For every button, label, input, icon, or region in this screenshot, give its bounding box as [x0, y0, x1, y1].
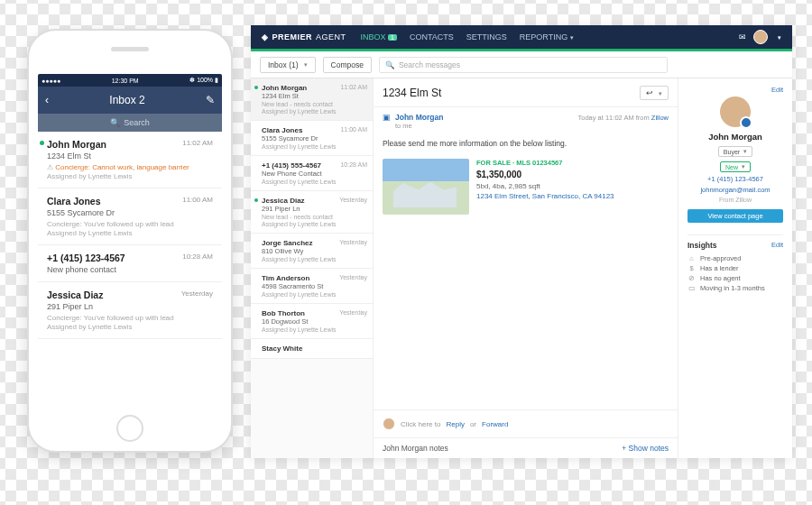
nav-item[interactable]: SETTINGS [466, 32, 507, 41]
sender-name[interactable]: John Morgan [395, 113, 443, 122]
toolbar: Inbox (1) Compose 🔍 Search messages [251, 51, 792, 78]
thread-panel: 1234 Elm St ↩ ▣ John Morgan Today at 11:… [374, 78, 678, 458]
search-icon: 🔍 [110, 118, 120, 127]
view-contact-button[interactable]: View contact page [687, 209, 783, 223]
lead-time: 11:00 AM [182, 196, 213, 204]
list-sub: 810 Ollive Wy [262, 247, 365, 255]
message-list-item[interactable]: Stacy White [251, 339, 373, 359]
message-from-row: ▣ John Morgan Today at 11:02 AM from Zil… [374, 107, 678, 122]
status-time: 12:30 PM [112, 78, 139, 84]
listing-address[interactable]: 1234 Elm Street, San Francisco, CA 94123 [476, 191, 614, 201]
list-sub2: New lead - needs contact [262, 101, 365, 107]
list-assigned: Assigned by Lynette Lewis [262, 179, 365, 185]
signal-dots: ●●●●● [42, 78, 60, 84]
lead-sub: 1234 Elm St [47, 152, 213, 161]
lead-row[interactable]: John Morgan1234 Elm St⚠ Concierge: Canno… [38, 132, 222, 188]
search-messages-input[interactable]: 🔍 Search messages [379, 57, 668, 73]
desktop-window: ◈ PREMIERAGENT INBOX 1CONTACTSSETTINGSRE… [251, 25, 792, 458]
insight-label: Has no agent [700, 274, 741, 282]
lead-row[interactable]: Jessica Diaz291 Piper LnConcierge: You'v… [38, 282, 222, 339]
zillow-icon: ▣ [383, 113, 391, 122]
message-list-item[interactable]: Tim Anderson4598 Sacramento StAssigned b… [251, 269, 373, 304]
lead-concierge: ⚠ Concierge: Cannot work, language barri… [47, 163, 213, 171]
edit-insights-link[interactable]: Edit [771, 241, 783, 250]
contact-email[interactable]: johnmorgan@mail.com [687, 186, 783, 194]
compose-icon[interactable]: ✎ [206, 94, 215, 106]
message-list-item[interactable]: Clara Jones5155 Sycamore DrAssigned by L… [251, 121, 373, 156]
lead-sub: 5155 Sycamore Dr [47, 208, 213, 217]
list-time: 11:00 AM [340, 126, 367, 133]
phone-search-bar[interactable]: 🔍 Search [38, 114, 222, 132]
reply-dropdown-button[interactable]: ↩ [640, 86, 669, 100]
lead-time: 10:28 AM [182, 252, 213, 261]
nav-item[interactable]: REPORTING [520, 32, 574, 41]
forward-link[interactable]: Forward [482, 420, 508, 428]
new-pill[interactable]: New [720, 161, 751, 172]
insights-header: Insights Edit [687, 234, 783, 250]
message-list-item[interactable]: Bob Thorton16 Dogwood StAssigned by Lyne… [251, 304, 373, 339]
nav-item[interactable]: INBOX 1 [361, 32, 397, 41]
insight-icon: ▭ [687, 284, 696, 292]
status-bar: ●●●●● 12:30 PM ✽ 100% ▮ [38, 74, 222, 87]
message-body: Please send me more information on the b… [374, 135, 678, 152]
message-list: John Morgan1234 Elm StNew lead - needs c… [251, 78, 374, 458]
notes-title: John Morgan notes [383, 444, 448, 453]
list-time: Yesterday [339, 239, 367, 245]
lead-concierge: Concierge: You've followed up with lead [47, 314, 213, 322]
back-button[interactable]: ‹ [45, 94, 49, 106]
listing-specs: 5bd, 4ba, 2,985 sqft [476, 181, 614, 191]
user-menu-caret[interactable] [775, 32, 781, 41]
insight-label: Pre-approved [700, 254, 741, 262]
home-button[interactable] [116, 415, 143, 442]
message-list-item[interactable]: Jessica Diaz291 Piper LnNew lead - needs… [251, 191, 373, 234]
edit-contact-link[interactable]: Edit [687, 86, 783, 94]
insight-icon: ⌂ [687, 254, 696, 262]
phone-screen: ●●●●● 12:30 PM ✽ 100% ▮ ‹ Inbox 2 ✎ 🔍 Se… [38, 74, 222, 411]
contact-phone[interactable]: +1 (415) 123-4567 [687, 175, 783, 183]
reply-link[interactable]: Reply [446, 420, 464, 428]
list-time: 10:28 AM [340, 161, 367, 168]
list-sub: 5155 Sycamore Dr [262, 134, 365, 142]
insight-label: Moving in 1-3 months [700, 284, 765, 292]
message-list-item[interactable]: +1 (415) 555-4567New Phone ContactAssign… [251, 156, 373, 191]
lead-time: Yesterday [181, 289, 213, 298]
phone-header: ‹ Inbox 2 ✎ [38, 87, 222, 114]
buyer-pill[interactable]: Buyer [718, 146, 752, 157]
search-placeholder: Search [124, 118, 150, 127]
show-notes-link[interactable]: + Show notes [622, 444, 669, 453]
list-name: Stacy White [262, 344, 365, 353]
list-assigned: Assigned by Lynette Lewis [262, 108, 365, 115]
insight-icon: ⊘ [687, 274, 696, 282]
notification-icon[interactable]: ✉ [739, 32, 746, 41]
lead-sub: New phone contact [47, 265, 213, 274]
user-avatar[interactable] [753, 30, 768, 44]
contact-avatar[interactable] [720, 96, 751, 127]
contact-panel: Edit John Morgan Buyer New +1 (415) 123-… [678, 78, 792, 458]
list-time: Yesterday [339, 309, 367, 316]
inbox-select[interactable]: Inbox (1) [260, 57, 316, 73]
list-sub: 4598 Sacramento St [262, 282, 365, 290]
message-list-item[interactable]: John Morgan1234 Elm StNew lead - needs c… [251, 78, 373, 121]
brand-logo[interactable]: ◈ PREMIERAGENT [262, 32, 346, 41]
compose-button[interactable]: Compose [323, 57, 372, 73]
topbar: ◈ PREMIERAGENT INBOX 1CONTACTSSETTINGSRE… [251, 25, 792, 49]
lead-concierge: Concierge: You've followed up with lead [47, 220, 213, 228]
contact-name: John Morgan [687, 132, 783, 142]
list-sub: 16 Dogwood St [262, 317, 365, 326]
message-list-item[interactable]: Jorge Sanchez810 Ollive WyAssigned by Ly… [251, 234, 373, 269]
lead-row[interactable]: +1 (415) 123-4567New phone contact10:28 … [38, 245, 222, 282]
insight-row: ▭Moving in 1-3 months [687, 284, 783, 292]
reply-avatar [383, 418, 395, 430]
lead-row[interactable]: Clara Jones5155 Sycamore DrConcierge: Yo… [38, 188, 222, 245]
listing-info: FOR SALE · MLS 01234567 $1,350,000 5bd, … [476, 159, 614, 215]
search-icon: 🔍 [385, 60, 395, 69]
list-time: Yesterday [339, 274, 367, 280]
listing-card[interactable]: FOR SALE · MLS 01234567 $1,350,000 5bd, … [383, 159, 669, 215]
insight-label: Has a lender [700, 264, 739, 272]
list-time: 11:02 AM [340, 84, 367, 90]
list-assigned: Assigned by Lynette Lewis [262, 291, 365, 298]
topbar-right: ✉ [739, 30, 781, 44]
list-sub: 291 Piper Ln [262, 205, 365, 213]
nav-item[interactable]: CONTACTS [410, 32, 454, 41]
phone-frame: ●●●●● 12:30 PM ✽ 100% ▮ ‹ Inbox 2 ✎ 🔍 Se… [27, 29, 233, 453]
